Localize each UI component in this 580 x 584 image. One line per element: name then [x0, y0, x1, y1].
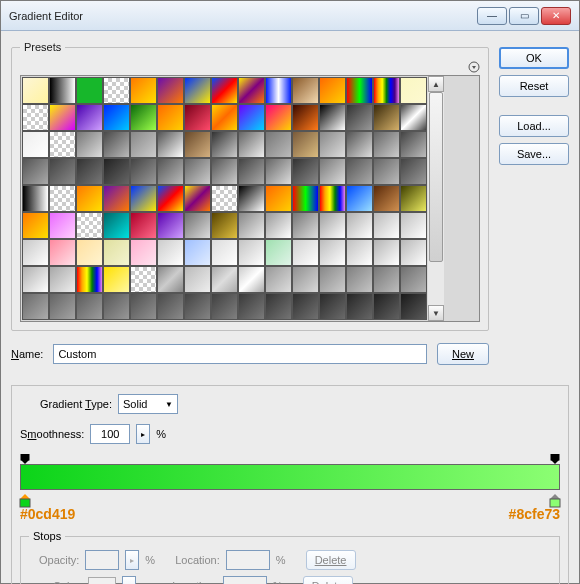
preset-swatch[interactable]: [211, 266, 238, 293]
preset-swatch[interactable]: [346, 239, 373, 266]
preset-swatch[interactable]: [346, 212, 373, 239]
preset-swatch[interactable]: [103, 131, 130, 158]
preset-swatch[interactable]: [49, 131, 76, 158]
preset-swatch[interactable]: [211, 293, 238, 320]
preset-swatch[interactable]: [211, 239, 238, 266]
preset-swatch[interactable]: [373, 293, 400, 320]
preset-swatch[interactable]: [22, 185, 49, 212]
preset-swatch[interactable]: [211, 131, 238, 158]
preset-swatch[interactable]: [346, 185, 373, 212]
smoothness-flyout-button[interactable]: ▸: [136, 424, 150, 444]
preset-swatch[interactable]: [49, 104, 76, 131]
preset-swatch[interactable]: [265, 266, 292, 293]
preset-swatch[interactable]: [130, 77, 157, 104]
preset-swatch[interactable]: [373, 104, 400, 131]
preset-swatch[interactable]: [373, 158, 400, 185]
preset-swatch[interactable]: [103, 239, 130, 266]
preset-swatch[interactable]: [238, 77, 265, 104]
preset-swatch[interactable]: [373, 185, 400, 212]
preset-swatch[interactable]: [22, 158, 49, 185]
preset-swatch[interactable]: [238, 266, 265, 293]
preset-swatch[interactable]: [319, 239, 346, 266]
scroll-down-button[interactable]: ▼: [428, 305, 444, 321]
preset-swatch[interactable]: [103, 266, 130, 293]
preset-swatch[interactable]: [292, 293, 319, 320]
preset-swatch[interactable]: [319, 212, 346, 239]
preset-swatch[interactable]: [373, 131, 400, 158]
preset-swatch[interactable]: [400, 266, 427, 293]
preset-swatch[interactable]: [157, 131, 184, 158]
preset-swatch[interactable]: [346, 158, 373, 185]
preset-swatch[interactable]: [22, 293, 49, 320]
preset-swatch[interactable]: [319, 266, 346, 293]
color-stop-left[interactable]: [19, 494, 31, 508]
preset-swatch[interactable]: [346, 77, 373, 104]
preset-swatch[interactable]: [49, 185, 76, 212]
preset-swatch[interactable]: [49, 293, 76, 320]
preset-swatch[interactable]: [157, 185, 184, 212]
preset-swatch[interactable]: [319, 77, 346, 104]
preset-swatch[interactable]: [130, 239, 157, 266]
preset-swatch[interactable]: [49, 77, 76, 104]
preset-swatch[interactable]: [292, 185, 319, 212]
preset-swatch[interactable]: [184, 239, 211, 266]
preset-swatch[interactable]: [76, 158, 103, 185]
preset-swatch[interactable]: [400, 185, 427, 212]
preset-swatch[interactable]: [103, 212, 130, 239]
preset-swatch[interactable]: [265, 239, 292, 266]
preset-swatch[interactable]: [319, 131, 346, 158]
preset-swatch[interactable]: [76, 77, 103, 104]
preset-swatch[interactable]: [265, 77, 292, 104]
preset-swatch[interactable]: [184, 212, 211, 239]
preset-swatch[interactable]: [400, 158, 427, 185]
preset-swatch[interactable]: [157, 239, 184, 266]
preset-swatch[interactable]: [292, 239, 319, 266]
preset-swatch[interactable]: [238, 212, 265, 239]
preset-swatch[interactable]: [238, 293, 265, 320]
preset-swatch[interactable]: [346, 104, 373, 131]
preset-swatch[interactable]: [76, 104, 103, 131]
ok-button[interactable]: OK: [499, 47, 569, 69]
preset-swatch[interactable]: [184, 131, 211, 158]
preset-swatch[interactable]: [400, 104, 427, 131]
preset-swatch[interactable]: [76, 212, 103, 239]
preset-swatch[interactable]: [238, 104, 265, 131]
preset-swatch[interactable]: [103, 104, 130, 131]
preset-swatch[interactable]: [238, 185, 265, 212]
scroll-up-button[interactable]: ▲: [428, 76, 444, 92]
preset-swatch[interactable]: [400, 212, 427, 239]
preset-swatch[interactable]: [49, 239, 76, 266]
preset-swatch[interactable]: [22, 77, 49, 104]
preset-swatch[interactable]: [265, 104, 292, 131]
preset-swatch[interactable]: [49, 158, 76, 185]
load-button[interactable]: Load...: [499, 115, 569, 137]
preset-swatch[interactable]: [130, 158, 157, 185]
preset-swatch[interactable]: [157, 293, 184, 320]
preset-swatch[interactable]: [184, 266, 211, 293]
preset-swatch[interactable]: [130, 185, 157, 212]
reset-button[interactable]: Reset: [499, 75, 569, 97]
opacity-stop-right[interactable]: [550, 454, 560, 464]
preset-swatch[interactable]: [319, 104, 346, 131]
preset-swatch[interactable]: [319, 293, 346, 320]
preset-swatch[interactable]: [373, 266, 400, 293]
gradient-bar[interactable]: [20, 464, 560, 490]
preset-swatch[interactable]: [130, 131, 157, 158]
preset-swatch[interactable]: [130, 104, 157, 131]
preset-swatch[interactable]: [22, 131, 49, 158]
preset-swatch[interactable]: [292, 77, 319, 104]
preset-swatch[interactable]: [319, 185, 346, 212]
preset-swatch[interactable]: [103, 293, 130, 320]
gradient-type-select[interactable]: Solid▼: [118, 394, 178, 414]
preset-swatch[interactable]: [265, 185, 292, 212]
preset-swatch[interactable]: [292, 104, 319, 131]
preset-swatch[interactable]: [49, 266, 76, 293]
preset-swatch[interactable]: [400, 77, 427, 104]
preset-swatch[interactable]: [184, 77, 211, 104]
preset-swatch[interactable]: [238, 131, 265, 158]
preset-swatch[interactable]: [22, 104, 49, 131]
preset-swatch[interactable]: [130, 266, 157, 293]
presets-menu-icon[interactable]: [468, 61, 480, 73]
preset-swatch[interactable]: [292, 212, 319, 239]
preset-swatch[interactable]: [157, 212, 184, 239]
